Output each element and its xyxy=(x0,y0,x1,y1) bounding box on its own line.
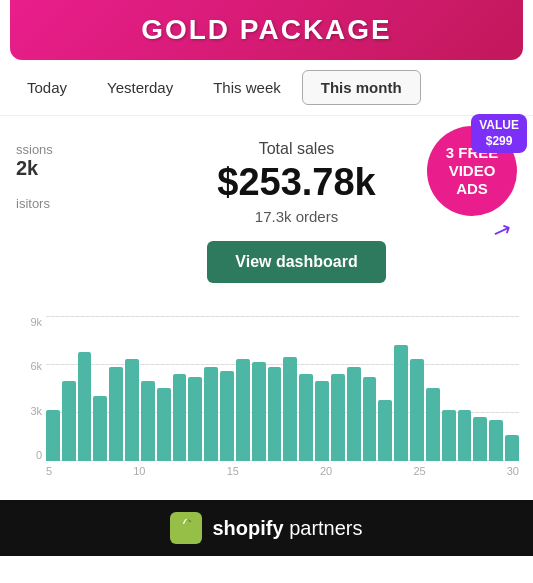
tab-yesterday[interactable]: Yesterday xyxy=(88,70,192,105)
view-dashboard-button[interactable]: View dashboard xyxy=(207,241,385,283)
tab-today[interactable]: Today xyxy=(8,70,86,105)
chart-bar xyxy=(188,377,202,461)
visitors-stat: isitors xyxy=(16,196,76,211)
chart-bar xyxy=(157,388,171,461)
chart-area: 0 3k 6k 9k 5 10 15 20 25 30 xyxy=(0,316,533,496)
x-label-10: 10 xyxy=(133,465,145,477)
chart-bar xyxy=(378,400,392,461)
chart-bar xyxy=(236,359,250,461)
chart-bar xyxy=(442,410,456,461)
x-label-5: 5 xyxy=(46,465,52,477)
tab-this-week[interactable]: This week xyxy=(194,70,300,105)
promo-value-badge: VALUE$299 xyxy=(471,114,527,153)
x-label-30: 30 xyxy=(507,465,519,477)
x-label-20: 20 xyxy=(320,465,332,477)
shopify-light: partners xyxy=(289,517,362,539)
chart-bar xyxy=(125,359,139,461)
tab-navigation: Today Yesterday This week This month xyxy=(0,60,533,116)
total-sales-label: Total sales xyxy=(259,140,335,158)
left-stats: ssions 2k isitors xyxy=(16,132,76,308)
tab-this-month[interactable]: This month xyxy=(302,70,421,105)
chart-bar xyxy=(299,374,313,461)
gold-header: GOLD PACKAGE xyxy=(10,0,523,60)
chart-bar xyxy=(173,374,187,461)
shopify-icon xyxy=(170,512,202,544)
chart-bar xyxy=(93,396,107,461)
chart-bar xyxy=(46,410,60,461)
chart-bar xyxy=(220,371,234,461)
chart-bars xyxy=(10,316,523,461)
chart-bar xyxy=(363,377,377,461)
chart-bar xyxy=(347,367,361,461)
chart-bar xyxy=(331,374,345,461)
x-label-25: 25 xyxy=(413,465,425,477)
shopify-brand-text: shopify partners xyxy=(212,517,362,540)
sessions-stat: ssions 2k xyxy=(16,142,76,180)
shopify-bold: shopify xyxy=(212,517,283,539)
orders-count: 17.3k orders xyxy=(255,208,338,225)
chart-bar xyxy=(283,357,297,461)
x-axis: 5 10 15 20 25 30 xyxy=(10,465,523,477)
chart-bar xyxy=(458,410,472,461)
chart-bar xyxy=(109,367,123,461)
main-content: ssions 2k isitors Total sales $253.78k 1… xyxy=(0,116,533,316)
sessions-value: 2k xyxy=(16,157,76,180)
sessions-label: ssions xyxy=(16,142,76,157)
chart-bar xyxy=(268,367,282,461)
x-labels: 5 10 15 20 25 30 xyxy=(46,465,519,477)
chart-bar xyxy=(62,381,76,461)
x-label-15: 15 xyxy=(227,465,239,477)
chart-bar xyxy=(489,420,503,461)
promo-badge: VALUE$299 3 FREEVIDEOADS ↗ xyxy=(427,126,517,244)
chart-bar xyxy=(473,417,487,461)
promo-arrow: ↗ xyxy=(489,216,515,247)
chart-bar xyxy=(315,381,329,461)
chart-bar xyxy=(204,367,218,461)
chart-bar xyxy=(141,381,155,461)
chart-bar xyxy=(252,362,266,461)
chart-bar xyxy=(426,388,440,461)
visitors-label: isitors xyxy=(16,196,76,211)
total-sales-value: $253.78k xyxy=(217,162,376,204)
chart-bar xyxy=(394,345,408,461)
gold-package-title: GOLD PACKAGE xyxy=(30,14,503,46)
promo-main-badge: VALUE$299 3 FREEVIDEOADS xyxy=(427,126,517,216)
chart-bar xyxy=(78,352,92,461)
chart-bar xyxy=(505,435,519,461)
shopify-footer: shopify partners xyxy=(0,500,533,556)
chart-bar xyxy=(410,359,424,461)
